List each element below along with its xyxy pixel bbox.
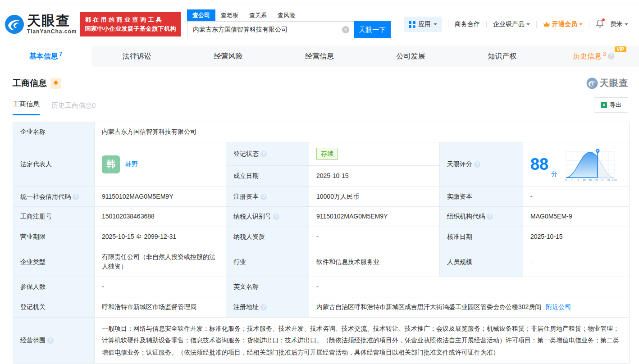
search-input[interactable] [187,21,354,38]
tab-label: 历史信息 [573,52,602,61]
company-type-label: 企业类型 [13,247,95,277]
subtab-business-registration[interactable]: 工商信息 [13,100,40,115]
scope-text: 一般项目：网络与信息安全软件开发；标准化服务；技术服务、技术开发、技术咨询、技术… [102,323,622,359]
help-icon[interactable] [260,151,267,157]
help-icon[interactable] [273,214,279,220]
score-value: 88 [530,156,548,173]
tab-legal-litigation[interactable]: 法律诉讼 [91,46,183,67]
menu-enterprise[interactable]: 企业级产品 [493,20,530,28]
help-icon[interactable] [260,304,267,310]
taxpayer-quality-label: 纳税人资质 [226,227,309,247]
taxpayer-quality-value: - [309,227,440,247]
enterprise-label: 企业级产品 [493,20,525,28]
divider [589,21,589,28]
svg-text:50: 50 [589,178,592,182]
promo-line2: 国家中小企业发展子基金旗下机构 [85,24,176,33]
reg-status-label: 登记状态 [226,142,309,166]
export-button[interactable]: x 导出 [594,97,628,113]
vip-badge: VIP [615,46,626,52]
label-text: 注册地址 [233,303,259,310]
label-text: 经营范围 [20,337,46,344]
svg-text:3: 3 [577,178,579,182]
tab-business-info[interactable]: 经营信息 [274,46,365,67]
menu-vip[interactable]: 开通会员 [543,20,583,28]
org-code-value: MAG0M5EM-9 [523,207,630,227]
tianyancha-logo[interactable]: 天眼查 TianYanCha.com [5,14,77,35]
search-tab-relation[interactable]: 查关系 [244,9,272,21]
svg-text:97: 97 [601,178,604,182]
monitor-bell-button[interactable] [50,78,61,89]
insured-value: - [95,277,226,297]
tianyancha-logo-icon [5,14,24,34]
notifications-bell[interactable] [596,19,604,29]
company-name-value: 内蒙古东方国信智算科技有限公司 [95,122,630,142]
divider [448,21,448,28]
business-scope-label: 经营范围 [13,317,95,364]
search-button[interactable]: 天眼一下 [354,21,391,38]
company-name-label: 企业名称 [13,122,95,142]
table-row: 企业名称 内蒙古东方国信智算科技有限公司 [13,122,630,142]
apps-label: 应用 [418,20,431,28]
label-text: 统一社会信用代码 [20,193,71,200]
help-icon[interactable] [47,337,54,344]
tab-history-info[interactable]: VIP 历史信息 3 [548,46,639,67]
staff-size-value: - [523,247,630,277]
export-label: 导出 [610,101,621,109]
search-tab-risk[interactable]: 查风险 [272,9,301,21]
help-icon[interactable] [608,53,614,59]
search-tab-boss[interactable]: 查老板 [215,9,244,21]
help-icon[interactable] [73,194,79,200]
svg-text:100: 100 [612,178,617,182]
org-code-label: 组织机构代码 [440,207,523,227]
avatar[interactable]: 韩 [102,155,120,173]
tab-company-development[interactable]: 公司发展 [365,46,456,67]
search-tab-company[interactable]: 查公司 [187,9,215,21]
user-menu[interactable]: 费米 [610,20,628,28]
business-term-label: 营业期限 [13,227,95,247]
chevron-down-icon [625,23,628,27]
uscc-value: 91150102MAG0M5EM9Y [95,187,226,207]
staff-size-label: 人员规模 [440,247,523,277]
tab-basic-info[interactable]: 基本信息 7 [0,46,91,67]
reg-authority-value: 呼和浩特市新城区市场监督管理局 [95,297,226,317]
divider [486,21,487,28]
help-icon[interactable] [474,161,480,168]
reg-capital-value: 10000万人民币 [309,187,440,207]
subtab-history-registration[interactable]: 历史工商信息0 [51,101,96,115]
divider [536,21,537,28]
watermark-logo: 天眼查 [586,77,628,89]
legal-rep-cell: 韩 韩野 [95,142,226,187]
chevron-down-icon [526,23,530,27]
label-text: 纳税人识别号 [233,213,271,220]
approval-date-value: 2025-10-15 [523,227,630,247]
nearby-companies-link[interactable]: 附近公司 [546,303,571,310]
tab-intellectual-property[interactable]: 知识产权 [456,46,548,67]
status-badge: 存续 [316,148,338,160]
reg-number-value: 150102038463688 [95,207,226,227]
chart-axis-ticks: 0 1 3 15 50 85 97 99 100 [565,178,617,182]
clear-search-icon[interactable] [342,26,349,33]
menu-cooperation[interactable]: 商务合作 [455,20,480,28]
apps-menu[interactable]: 应用 [404,17,442,32]
excel-icon: x [601,102,607,108]
svg-text:1: 1 [571,178,573,182]
help-icon[interactable] [260,194,267,200]
reg-number-label: 工商注册号 [13,207,95,227]
score-cell: 88 分 [523,142,630,187]
search-tabs: 查公司 查老板 查关系 查风险 [187,10,391,21]
paid-capital-label: 实缴资本 [440,187,523,207]
section-title: 工商信息 [13,77,47,89]
industry-value: 软件和信息技术服务业 [309,247,440,277]
taxpayer-id-value: 91150102MAG0M5EM9Y [309,207,440,227]
top-header: 天眼查 TianYanCha.com 都在用的商业查询工具 国家中小企业发展子基… [0,4,639,43]
section-head: 工商信息 天眼查 [0,67,639,89]
promo-banner: 都在用的商业查询工具 国家中小企业发展子基金旗下机构 [80,12,181,36]
approval-date-label: 核准日期 [440,227,523,247]
help-icon[interactable] [487,214,493,220]
username: 费米 [610,20,623,28]
legal-rep-link[interactable]: 韩野 [125,159,138,169]
tab-operation-risk[interactable]: 经营风险 [183,46,274,67]
paid-capital-value: - [523,187,630,207]
reg-address-cell: 内蒙古自治区呼和浩特市新城区成吉思汗大街鸿盛工业园区管委会办公楼302房间附近公… [309,297,630,317]
svg-text:99: 99 [607,178,610,182]
